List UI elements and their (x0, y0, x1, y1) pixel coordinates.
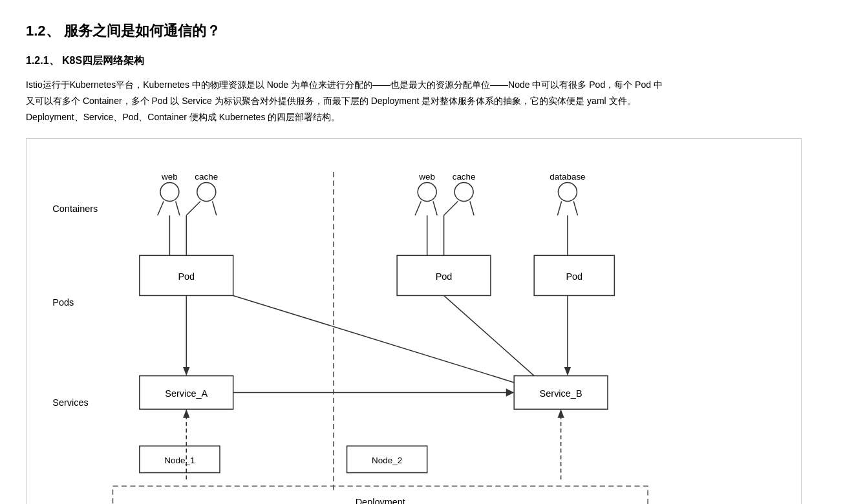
svg-marker-35 (557, 410, 564, 418)
svg-line-26 (557, 202, 561, 216)
svg-point-19 (454, 183, 473, 202)
containers-label: Containers (52, 204, 98, 214)
diagram-svg: Containers Pods Services web cache Pod S… (46, 152, 782, 504)
desc-line1: Istio运行于Kubernetes平台，Kubernetes 中的物理资源是以… (26, 79, 663, 90)
svg-marker-38 (506, 389, 514, 397)
main-title: 1.2、 服务之间是如何通信的？ (26, 19, 828, 42)
svg-line-21 (470, 202, 474, 216)
pod2-label: Pod (436, 271, 453, 282)
svg-line-27 (573, 202, 577, 216)
service-a-label: Service_A (165, 388, 208, 399)
svg-marker-33 (564, 367, 571, 375)
svg-line-5 (186, 202, 200, 216)
database-label: database (550, 173, 585, 182)
svg-line-2 (158, 202, 164, 216)
svg-marker-12 (183, 367, 189, 375)
description: Istio运行于Kubernetes平台，Kubernetes 中的物理资源是以… (26, 77, 802, 126)
svg-point-1 (160, 183, 179, 202)
web1-label: web (161, 173, 178, 182)
pod1-label: Pod (178, 271, 195, 282)
svg-line-31 (444, 296, 535, 376)
node1-label: Node_1 (164, 456, 195, 465)
pods-label: Pods (52, 297, 74, 308)
svg-line-3 (176, 202, 180, 216)
svg-point-25 (558, 183, 577, 202)
svg-line-20 (444, 202, 458, 216)
cache2-label: cache (453, 173, 476, 182)
cache1-label: cache (195, 173, 218, 182)
svg-line-18 (433, 202, 437, 216)
svg-line-6 (213, 202, 217, 216)
sub-title: 1.2.1、 K8S四层网络架构 (26, 52, 828, 69)
desc-line3: Deployment、Service、Pod、Container 便构成 Kub… (26, 112, 340, 122)
svg-point-16 (418, 183, 436, 202)
desc-line2: 又可以有多个 Container，多个 Pod 以 Service 为标识聚合对… (26, 96, 636, 106)
svg-point-4 (197, 183, 216, 202)
diagram-container: Containers Pods Services web cache Pod S… (26, 138, 802, 504)
svg-line-39 (233, 296, 515, 383)
services-label: Services (52, 397, 88, 408)
node2-label: Node_2 (372, 456, 402, 465)
service-b-label: Service_B (540, 388, 582, 399)
svg-marker-14 (183, 410, 189, 418)
svg-line-17 (415, 202, 421, 216)
pod3-label: Pod (566, 271, 582, 282)
web2-label: web (418, 173, 435, 182)
deployment-label: Deployment (356, 498, 405, 504)
